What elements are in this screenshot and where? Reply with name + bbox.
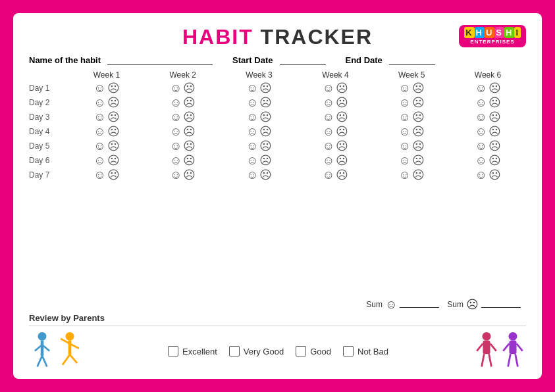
- day6-week1-cell[interactable]: ☺☹: [68, 153, 145, 168]
- day1-week2-cell[interactable]: ☺☹: [145, 81, 221, 95]
- sum-happy-line[interactable]: [400, 301, 439, 308]
- day5-week2-cell[interactable]: ☺☹: [145, 139, 221, 153]
- sad-face[interactable]: ☹: [183, 169, 196, 181]
- sad-face[interactable]: ☹: [412, 155, 425, 166]
- sad-face[interactable]: ☹: [107, 169, 120, 181]
- happy-face[interactable]: ☺: [170, 111, 182, 123]
- happy-face[interactable]: ☺: [475, 140, 487, 152]
- happy-face[interactable]: ☺: [475, 97, 487, 109]
- day7-week2-cell[interactable]: ☺☹: [145, 168, 221, 182]
- sad-face[interactable]: ☹: [336, 169, 348, 181]
- sad-face[interactable]: ☹: [107, 155, 120, 166]
- checkbox-excellent[interactable]: [168, 346, 178, 356]
- day5-week3-cell[interactable]: ☺☹: [221, 139, 298, 153]
- day3-week3-cell[interactable]: ☺☹: [221, 110, 298, 124]
- happy-face[interactable]: ☺: [93, 111, 105, 123]
- sad-face[interactable]: ☹: [107, 126, 120, 137]
- happy-face[interactable]: ☺: [399, 169, 411, 181]
- day4-week3-cell[interactable]: ☺☹: [221, 124, 298, 139]
- day4-week1-cell[interactable]: ☺☹: [68, 124, 145, 139]
- sum-sad-line[interactable]: [481, 301, 521, 308]
- happy-face[interactable]: ☺: [246, 169, 258, 181]
- day4-week5-cell[interactable]: ☺☹: [373, 124, 450, 139]
- happy-face[interactable]: ☺: [323, 126, 334, 137]
- sad-face[interactable]: ☹: [489, 97, 501, 109]
- happy-face[interactable]: ☺: [323, 140, 334, 152]
- sad-face[interactable]: ☹: [336, 111, 348, 123]
- happy-face[interactable]: ☺: [170, 155, 182, 166]
- day5-week5-cell[interactable]: ☺☹: [373, 139, 450, 153]
- happy-face[interactable]: ☺: [475, 126, 487, 137]
- checkbox-good[interactable]: [296, 346, 306, 356]
- sad-face[interactable]: ☹: [183, 97, 196, 109]
- name-input[interactable]: [107, 55, 213, 65]
- happy-face[interactable]: ☺: [93, 97, 105, 109]
- sad-face[interactable]: ☹: [412, 126, 425, 137]
- sad-face[interactable]: ☹: [412, 82, 425, 94]
- sad-face[interactable]: ☹: [259, 126, 272, 137]
- day5-week1-cell[interactable]: ☺☹: [68, 139, 145, 153]
- day6-week2-cell[interactable]: ☺☹: [145, 153, 221, 168]
- sad-face[interactable]: ☹: [183, 155, 196, 166]
- checkbox-not-bad[interactable]: [343, 346, 354, 356]
- sad-face[interactable]: ☹: [107, 82, 120, 94]
- happy-face[interactable]: ☺: [399, 97, 411, 109]
- sad-face[interactable]: ☹: [489, 126, 501, 137]
- happy-face[interactable]: ☺: [93, 140, 105, 152]
- happy-face[interactable]: ☺: [93, 169, 105, 181]
- checkbox-very-good[interactable]: [229, 346, 240, 356]
- day1-week6-cell[interactable]: ☺☹: [450, 81, 526, 95]
- happy-face[interactable]: ☺: [246, 111, 258, 123]
- day7-week6-cell[interactable]: ☺☹: [450, 168, 526, 182]
- sad-face[interactable]: ☹: [259, 97, 272, 109]
- sad-face[interactable]: ☹: [107, 111, 120, 123]
- day7-week5-cell[interactable]: ☺☹: [373, 168, 450, 182]
- happy-face[interactable]: ☺: [323, 97, 334, 109]
- day1-week3-cell[interactable]: ☺☹: [221, 81, 298, 95]
- day4-week2-cell[interactable]: ☺☹: [145, 124, 221, 139]
- day3-week5-cell[interactable]: ☺☹: [373, 110, 450, 124]
- happy-face[interactable]: ☺: [170, 82, 182, 94]
- sad-face[interactable]: ☹: [412, 111, 425, 123]
- day6-week6-cell[interactable]: ☺☹: [450, 153, 526, 168]
- day6-week3-cell[interactable]: ☺☹: [221, 153, 298, 168]
- day2-week1-cell[interactable]: ☺☹: [68, 95, 145, 110]
- day6-week4-cell[interactable]: ☺☹: [297, 153, 373, 168]
- happy-face[interactable]: ☺: [323, 169, 334, 181]
- day2-week2-cell[interactable]: ☺☹: [145, 95, 221, 110]
- sad-face[interactable]: ☹: [336, 126, 348, 137]
- day4-week4-cell[interactable]: ☺☹: [297, 124, 373, 139]
- happy-face[interactable]: ☺: [93, 82, 105, 94]
- sad-face[interactable]: ☹: [259, 140, 272, 152]
- sad-face[interactable]: ☹: [183, 140, 196, 152]
- sad-face[interactable]: ☹: [336, 97, 348, 109]
- day1-week1-cell[interactable]: ☺☹: [68, 81, 145, 95]
- day6-week5-cell[interactable]: ☺☹: [373, 153, 450, 168]
- sad-face[interactable]: ☹: [259, 169, 272, 181]
- sad-face[interactable]: ☹: [259, 111, 272, 123]
- day2-week4-cell[interactable]: ☺☹: [297, 95, 373, 110]
- day3-week2-cell[interactable]: ☺☹: [145, 110, 221, 124]
- sad-face[interactable]: ☹: [183, 82, 196, 94]
- happy-face[interactable]: ☺: [475, 82, 487, 94]
- start-date-input[interactable]: [280, 55, 326, 65]
- happy-face[interactable]: ☺: [246, 82, 258, 94]
- sad-face[interactable]: ☹: [489, 111, 501, 123]
- day7-week3-cell[interactable]: ☺☹: [221, 168, 298, 182]
- day7-week1-cell[interactable]: ☺☹: [68, 168, 145, 182]
- day1-week5-cell[interactable]: ☺☹: [373, 81, 450, 95]
- happy-face[interactable]: ☺: [475, 169, 487, 181]
- happy-face[interactable]: ☺: [170, 169, 182, 181]
- happy-face[interactable]: ☺: [399, 155, 411, 166]
- sad-face[interactable]: ☹: [336, 82, 348, 94]
- happy-face[interactable]: ☺: [399, 111, 411, 123]
- happy-face[interactable]: ☺: [170, 126, 182, 137]
- sad-face[interactable]: ☹: [489, 155, 501, 166]
- sad-face[interactable]: ☹: [107, 140, 120, 152]
- day2-week6-cell[interactable]: ☺☹: [450, 95, 526, 110]
- happy-face[interactable]: ☺: [323, 111, 334, 123]
- happy-face[interactable]: ☺: [246, 126, 258, 137]
- happy-face[interactable]: ☺: [399, 140, 411, 152]
- day3-week6-cell[interactable]: ☺☹: [450, 110, 526, 124]
- day1-week4-cell[interactable]: ☺☹: [297, 81, 373, 95]
